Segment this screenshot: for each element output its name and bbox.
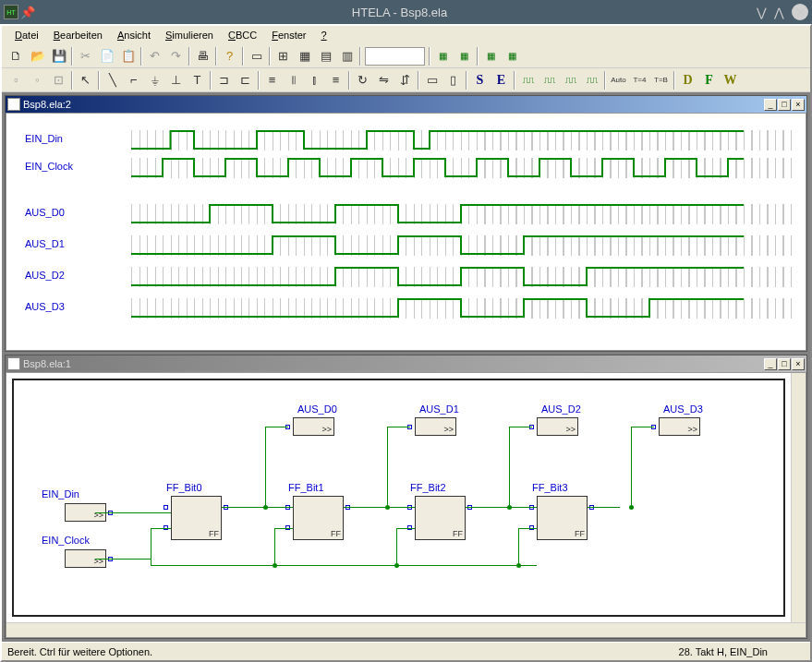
comp-2-icon[interactable]: ⊏ (235, 70, 256, 90)
flipflop-block[interactable]: FF (293, 496, 344, 540)
copy-icon[interactable]: 📄 (96, 46, 117, 66)
wire (222, 507, 293, 508)
flipflop-block[interactable]: FF (171, 496, 222, 540)
tb-button[interactable]: T=B (650, 70, 672, 90)
child-minimize-button[interactable]: _ (764, 358, 777, 370)
child-minimize-button[interactable]: _ (764, 99, 777, 111)
input-label: EIN_Clock (42, 535, 90, 546)
layout-1-icon[interactable]: ▭ (246, 46, 267, 66)
maximize-button[interactable]: ⋀ (774, 6, 784, 19)
layout-3-icon[interactable]: ▦ (294, 46, 315, 66)
layout-5-icon[interactable]: ▥ (336, 46, 358, 66)
ground-icon[interactable]: ⏚ (144, 70, 165, 90)
sim-e-button[interactable]: E (491, 70, 512, 90)
child-maximize-button[interactable]: □ (778, 99, 791, 111)
new-file-icon[interactable]: 🗋 (6, 46, 27, 66)
child-maximize-button[interactable]: □ (778, 358, 791, 370)
waveform-titlebar[interactable]: Bsp8.ela:2 _ □ × (6, 96, 806, 113)
schematic-titlebar[interactable]: Bsp8.ela:1 _ □ × (6, 355, 806, 372)
text-icon[interactable]: T (187, 70, 208, 90)
paste-icon[interactable]: 📋 (117, 46, 139, 66)
align-2-icon[interactable]: ⫴ (283, 70, 304, 90)
menu-fenster[interactable]: Fenster (264, 28, 313, 42)
sim-d-button[interactable]: D (677, 70, 698, 90)
mirror-h-icon[interactable]: ⇋ (373, 70, 394, 90)
menu-ansicht[interactable]: Ansicht (110, 28, 158, 42)
redo-icon[interactable]: ↷ (165, 46, 187, 66)
wave-3-icon[interactable]: ⎍⎍ (560, 70, 581, 90)
tool-2-icon[interactable]: ◦ (27, 70, 48, 90)
cut-icon[interactable]: ✂ (75, 46, 96, 66)
align-3-icon[interactable]: ⫿ (304, 70, 325, 90)
sim-s-button[interactable]: S (469, 70, 491, 90)
sim-w-button[interactable]: W (720, 70, 741, 90)
rotate-icon[interactable]: ↻ (352, 70, 373, 90)
mirror-v-icon[interactable]: ⇵ (394, 70, 416, 90)
flipflop-block[interactable]: FF (415, 496, 466, 540)
wire (631, 427, 654, 427)
help-icon[interactable]: ? (219, 46, 240, 66)
flipflop-block[interactable]: FF (537, 496, 588, 540)
wire (588, 507, 620, 508)
wave-1-icon[interactable]: ⎍⎍ (517, 70, 539, 90)
scrollbar-horizontal[interactable] (6, 622, 806, 637)
signal-waveform[interactable] (131, 158, 759, 178)
zoom-combo[interactable] (365, 47, 425, 66)
block-2-icon[interactable]: ▯ (442, 70, 464, 90)
scrollbar-vertical[interactable] (791, 373, 806, 622)
sim-f-button[interactable]: F (698, 70, 720, 90)
signal-waveform[interactable] (131, 267, 759, 287)
minimize-button[interactable]: ⋁ (757, 6, 767, 19)
wire (631, 427, 632, 508)
block-1-icon[interactable]: ▭ (421, 70, 442, 90)
menu-datei[interactable]: Datei (7, 28, 46, 42)
signal-label: AUS_D2 (25, 270, 65, 281)
wire (265, 427, 288, 427)
menu-bearbeiten[interactable]: Bearbeiten (46, 28, 110, 42)
output-block[interactable]: >> (293, 417, 334, 436)
wave-2-icon[interactable]: ⎍⎍ (539, 70, 560, 90)
print-icon[interactable]: 🖶 (192, 46, 213, 66)
t4-button[interactable]: T=4 (629, 70, 650, 90)
menu-simulieren[interactable]: Simulieren (158, 28, 221, 42)
layout-2-icon[interactable]: ⊞ (273, 46, 294, 66)
grid-3-icon[interactable]: ▦ (480, 46, 502, 66)
layout-4-icon[interactable]: ▤ (315, 46, 336, 66)
wave-4-icon[interactable]: ⎍⎍ (581, 70, 602, 90)
open-file-icon[interactable]: 📂 (27, 46, 48, 66)
signal-waveform[interactable] (131, 235, 759, 256)
align-1-icon[interactable]: ≡ (261, 70, 283, 90)
output-label: AUS_D1 (419, 403, 459, 415)
wire-icon[interactable]: ⌐ (123, 70, 144, 90)
output-block[interactable]: >> (415, 417, 456, 436)
menu-cbcc[interactable]: CBCC (221, 28, 264, 42)
save-file-icon[interactable]: 💾 (48, 46, 69, 66)
tool-3-icon[interactable]: ⊡ (48, 70, 69, 90)
pin-icon[interactable]: 📌 (20, 6, 35, 19)
line-icon[interactable]: ╲ (102, 70, 123, 90)
schematic-canvas[interactable]: EIN_Din>>EIN_Clock>>FF_Bit0FFFF_Bit1FFFF… (12, 379, 785, 617)
signal-waveform[interactable] (131, 298, 759, 319)
close-button[interactable]: ✕ (792, 4, 808, 20)
tool-1-icon[interactable]: ▫ (6, 70, 27, 90)
signal-waveform[interactable] (131, 204, 759, 224)
grid-2-icon[interactable]: ▦ (454, 46, 475, 66)
undo-icon[interactable]: ↶ (144, 46, 165, 66)
pointer-icon[interactable]: ↖ (75, 70, 96, 90)
auto-button[interactable]: Auto (608, 70, 629, 90)
child-close-button[interactable]: × (792, 99, 805, 111)
wire (387, 427, 410, 427)
grid-1-icon[interactable]: ▦ (432, 46, 454, 66)
toolbar-main: 🗋 📂 💾 ✂ 📄 📋 ↶ ↷ 🖶 ? ▭ ⊞ ▦ ▤ ▥ ▦ ▦ ▦ ▦ (2, 44, 810, 68)
menu-help[interactable]: ? (314, 28, 334, 42)
comp-1-icon[interactable]: ⊐ (213, 70, 235, 90)
wire (396, 528, 415, 529)
child-close-button[interactable]: × (792, 358, 805, 370)
output-block[interactable]: >> (537, 417, 578, 436)
output-block[interactable]: >> (659, 417, 700, 436)
junction-icon[interactable]: ⊥ (165, 70, 187, 90)
grid-4-icon[interactable]: ▦ (502, 46, 523, 66)
signal-waveform[interactable] (131, 130, 759, 150)
align-4-icon[interactable]: ≡ (325, 70, 346, 90)
status-left: Bereit. Ctrl für weitere Optionen. (7, 646, 152, 657)
